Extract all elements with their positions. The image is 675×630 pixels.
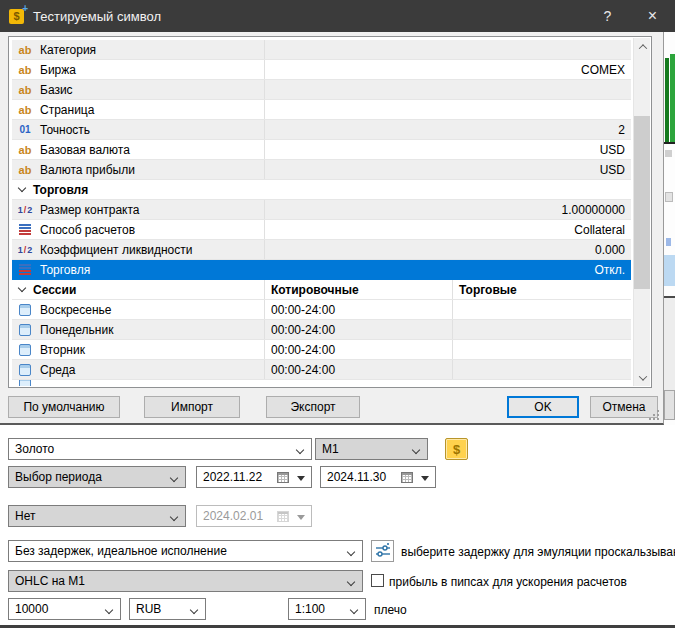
- session-quote-cell: 00:00-24:00: [264, 320, 452, 339]
- dialog-titlebar: $ Тестируемый символ ? ×: [0, 0, 675, 32]
- row-label-cell: 1/2Размер контракта: [12, 200, 264, 219]
- chevron-down-icon: [347, 578, 355, 586]
- period-mode-value: Выбор периода: [15, 470, 102, 484]
- row-label: Понедельник: [40, 323, 113, 337]
- screen: $ Тестируемый символ ? × abКатегорияabБи…: [0, 0, 675, 630]
- row-value-cell: USD: [264, 160, 631, 179]
- chevron-up-icon: [638, 44, 646, 52]
- fraction-part: 2: [27, 205, 32, 215]
- text-icon: ab: [16, 84, 34, 96]
- scroll-down-button[interactable]: [634, 369, 650, 386]
- table-row[interactable]: Вторник00:00-24:00: [12, 340, 631, 360]
- row-label: Валюта прибыли: [40, 163, 135, 177]
- table-row[interactable]: 1/2Коэффициент ликвидности0.000: [12, 240, 631, 260]
- fraction-part: 1: [18, 245, 23, 255]
- table-row[interactable]: Воскресенье00:00-24:00: [12, 300, 631, 320]
- properties-table-inner: abКатегорияabБиржаCOMEXabБазисabСтраница…: [10, 38, 650, 386]
- text-icon: ab: [16, 64, 34, 76]
- row-value-cell: USD: [264, 140, 631, 159]
- background-fragment: [666, 238, 671, 246]
- scrollbar-thumb[interactable]: [634, 116, 650, 289]
- table-row[interactable]: abБазис: [12, 80, 631, 100]
- fraction-part: /: [24, 205, 27, 215]
- execution-model-combobox[interactable]: OHLC на M1: [8, 570, 363, 592]
- table-row[interactable]: 01Точность2: [12, 120, 631, 140]
- ok-button[interactable]: OK: [507, 396, 579, 418]
- symbol-combobox[interactable]: Золото: [8, 438, 312, 460]
- table-row[interactable]: ТорговляОткл.: [12, 260, 631, 280]
- section-row[interactable]: СессииКотировочныеТорговые: [12, 280, 631, 300]
- table-row[interactable]: Среда00:00-24:00: [12, 360, 631, 380]
- table-row[interactable]: abБиржаCOMEX: [12, 60, 631, 80]
- date-from-picker[interactable]: 2022.11.22: [196, 466, 312, 488]
- cancel-button[interactable]: Отмена: [590, 396, 658, 418]
- list-icon: [19, 264, 31, 275]
- leverage-combobox[interactable]: 1:100: [288, 598, 366, 620]
- timeframe-combobox[interactable]: M1: [315, 438, 428, 460]
- table-row[interactable]: abСтраница: [12, 100, 631, 120]
- section-label: Сессии: [33, 283, 76, 297]
- delay-combobox[interactable]: Без задержек, идеальное исполнение: [8, 540, 363, 562]
- forward-mode-value: Нет: [15, 509, 35, 523]
- forward-mode-combobox[interactable]: Нет: [8, 505, 186, 527]
- symbol-properties-button[interactable]: $: [445, 438, 468, 460]
- chart-bar-fragment: [670, 54, 675, 142]
- row-label-cell: Понедельник: [12, 320, 264, 339]
- selection-fragment: [664, 255, 675, 286]
- close-button[interactable]: ×: [630, 0, 675, 32]
- timeframe-combobox-value: M1: [322, 442, 339, 456]
- row-label-cell: Воскресенье: [12, 300, 264, 319]
- row-value-cell: 2: [264, 120, 631, 139]
- row-label-cell: abКатегория: [12, 40, 264, 59]
- row-value-cell: Collateral: [264, 220, 631, 239]
- row-value-cell: [264, 40, 631, 59]
- delay-settings-button[interactable]: [371, 540, 394, 562]
- row-label-cell: Вторник: [12, 340, 264, 359]
- import-button[interactable]: Импорт: [144, 396, 240, 418]
- execution-model-value: OHLC на M1: [15, 574, 85, 588]
- table-row[interactable]: Способ расчетовCollateral: [12, 220, 631, 240]
- row-label: Базовая валюта: [40, 143, 130, 157]
- row-label-cell: Сессии: [12, 280, 264, 299]
- scroll-up-button[interactable]: [634, 38, 650, 55]
- section-label: Торговля: [33, 183, 88, 197]
- dialog-title: Тестируемый символ: [33, 9, 161, 24]
- date-to-value: 2024.11.30: [327, 470, 386, 484]
- panel-divider: [0, 625, 675, 628]
- row-value-cell: 0.000: [264, 240, 631, 259]
- resize-grip[interactable]: [649, 410, 659, 420]
- currency-combobox[interactable]: RUB: [129, 598, 206, 620]
- table-row[interactable]: [12, 380, 631, 386]
- row-value-cell: [264, 100, 631, 119]
- table-row[interactable]: 1/2Размер контракта1.00000000: [12, 200, 631, 220]
- leverage-value: 1:100: [295, 602, 325, 616]
- table-row[interactable]: Понедельник00:00-24:00: [12, 320, 631, 340]
- row-label: Вторник: [40, 343, 85, 357]
- export-button[interactable]: Экспорт: [266, 396, 360, 418]
- symbol-properties-dialog: abКатегорияabБиржаCOMEXabБазисabСтраница…: [0, 32, 664, 425]
- defaults-button[interactable]: По умолчанию: [8, 396, 120, 418]
- calendar-icon: [19, 304, 31, 316]
- row-label: Размер контракта: [40, 203, 140, 217]
- deposit-combobox[interactable]: 10000: [8, 598, 121, 620]
- session-trade-cell: [452, 360, 631, 379]
- calendar-grid-icon: [277, 472, 289, 483]
- row-label-cell: Торговля: [12, 260, 264, 279]
- period-mode-combobox[interactable]: Выбор периода: [8, 466, 186, 488]
- section-row[interactable]: Торговля: [12, 180, 631, 200]
- table-row[interactable]: abКатегория: [12, 40, 631, 60]
- session-trade-cell: [452, 340, 631, 359]
- calendar-icon: [19, 380, 31, 386]
- help-button[interactable]: ?: [585, 0, 630, 32]
- properties-table: abКатегорияabБиржаCOMEXabБазисabСтраница…: [8, 36, 652, 388]
- row-label: Базис: [40, 83, 73, 97]
- date-to-picker[interactable]: 2024.11.30: [320, 466, 436, 488]
- table-row[interactable]: abБазовая валютаUSD: [12, 140, 631, 160]
- chart-bar-fragment: [665, 58, 669, 142]
- chevron-down-icon: [190, 606, 198, 614]
- pips-checkbox[interactable]: [371, 574, 384, 587]
- button-fragment: [664, 390, 675, 420]
- row-label-cell: abВалюта прибыли: [12, 160, 264, 179]
- vertical-scrollbar[interactable]: [633, 38, 650, 386]
- table-row[interactable]: abВалюта прибылиUSD: [12, 160, 631, 180]
